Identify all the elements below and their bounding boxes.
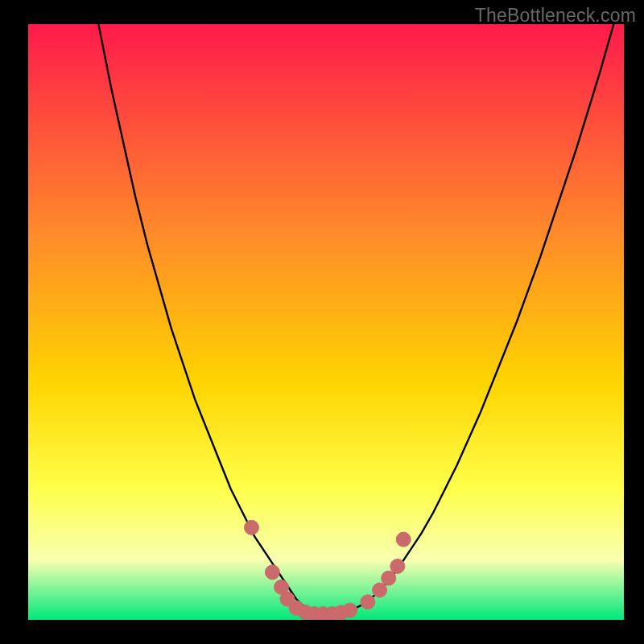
- plot-area: [28, 24, 624, 620]
- data-marker-11: [361, 595, 375, 609]
- watermark-text: TheBottleneck.com: [475, 5, 636, 27]
- chart-frame: TheBottleneck.com: [0, 0, 644, 644]
- data-marker-14: [390, 559, 405, 573]
- data-marker-1: [265, 565, 279, 580]
- data-marker-10: [343, 603, 357, 617]
- data-marker-13: [382, 571, 396, 585]
- data-marker-0: [245, 520, 259, 535]
- data-marker-15: [396, 532, 411, 547]
- bottleneck-curve-chart: [28, 24, 624, 620]
- data-marker-12: [373, 583, 387, 597]
